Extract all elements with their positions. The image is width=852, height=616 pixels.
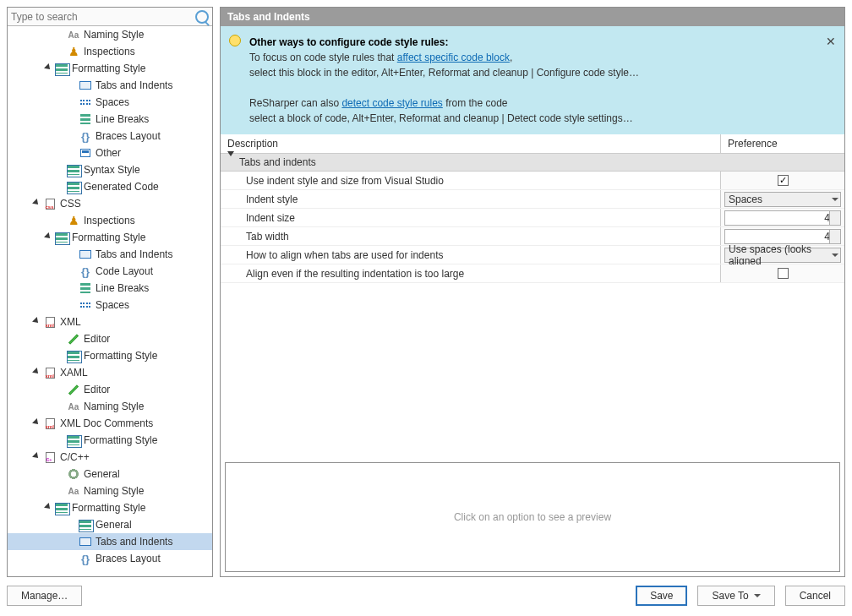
- options-tree[interactable]: AaNaming Style♟InspectionsFormatting Sty…: [8, 26, 212, 576]
- tree-item-label: Code Layout: [96, 265, 153, 277]
- aa-icon: Aa: [67, 400, 80, 413]
- tree-item-label: Tabs and Indents: [96, 79, 172, 91]
- tree-item[interactable]: AaNaming Style: [8, 398, 212, 415]
- tree-item[interactable]: Formatting Style: [8, 499, 212, 516]
- tree-item[interactable]: Spaces: [8, 94, 212, 111]
- tree-item[interactable]: Editor: [8, 381, 212, 398]
- tree-item[interactable]: Syntax Style: [8, 161, 212, 178]
- tree-item-label: Inspections: [84, 46, 135, 57]
- tree-item[interactable]: {}Braces Layout: [8, 128, 212, 144]
- setting-row[interactable]: Tab width4: [221, 227, 844, 246]
- brace-icon: {}: [79, 264, 92, 278]
- tree-item[interactable]: AaNaming Style: [8, 482, 212, 499]
- tree-item-label: Naming Style: [84, 485, 144, 497]
- number-input[interactable]: 4: [724, 210, 841, 226]
- tree-item[interactable]: XML: [8, 313, 212, 330]
- spaces-icon: [79, 95, 92, 109]
- tree-item-label: Syntax Style: [84, 164, 140, 176]
- tree-item[interactable]: AaNaming Style: [8, 26, 212, 43]
- search-icon: [195, 10, 209, 24]
- tabs-icon: [79, 79, 92, 92]
- search-input[interactable]: [11, 11, 192, 23]
- tree-item[interactable]: Line Breaks: [8, 280, 212, 297]
- tree-item[interactable]: C/C++: [8, 449, 212, 466]
- tree-item-label: General: [96, 519, 132, 531]
- tree-item-label: Braces Layout: [96, 130, 161, 142]
- insp-icon: ♟: [67, 45, 80, 58]
- tree-item-label: Tabs and Indents: [96, 536, 172, 548]
- info-heading: Other ways to configure code style rules…: [249, 36, 448, 48]
- link-affect-block[interactable]: affect specific code block: [397, 52, 510, 63]
- save-to-button[interactable]: Save To: [697, 586, 774, 606]
- main-panel: Tabs and Indents ✕ Other ways to configu…: [220, 7, 845, 577]
- setting-label: How to align when tabs are used for inde…: [221, 249, 720, 261]
- tree-item[interactable]: XAML: [8, 364, 212, 381]
- tree-item[interactable]: XML Doc Comments: [8, 415, 212, 432]
- lb-icon: [79, 112, 92, 126]
- tree-item[interactable]: General: [8, 466, 212, 482]
- insp-icon: ♟: [67, 214, 80, 227]
- save-button[interactable]: Save: [636, 586, 687, 606]
- fmt-icon: [55, 231, 68, 244]
- checkbox[interactable]: [778, 175, 789, 186]
- tree-item[interactable]: ♟Inspections: [8, 43, 212, 60]
- col-description: Description: [221, 134, 720, 153]
- setting-row[interactable]: Indent size4: [221, 209, 844, 227]
- tree-item[interactable]: {}Braces Layout: [8, 550, 212, 567]
- tree-item[interactable]: Formatting Style: [8, 347, 212, 364]
- tree-item[interactable]: Tabs and Indents: [8, 246, 212, 263]
- fmt-icon: [67, 349, 80, 363]
- tree-item[interactable]: Tabs and Indents: [8, 77, 212, 94]
- tree-item[interactable]: Generated Code: [8, 178, 212, 195]
- xml-icon: [43, 315, 57, 329]
- setting-label: Indent style: [221, 194, 720, 205]
- fmt-icon: [67, 180, 80, 194]
- tree-item-label: Spaces: [96, 96, 129, 108]
- manage-button[interactable]: Manage…: [7, 586, 82, 606]
- tree-item-label: General: [84, 468, 120, 480]
- link-detect-rules[interactable]: detect code style rules: [341, 97, 442, 109]
- tree-item[interactable]: Formatting Style: [8, 432, 212, 449]
- brace-icon: {}: [79, 552, 92, 565]
- gear-icon: [67, 467, 80, 481]
- tree-item-label: Inspections: [84, 215, 135, 226]
- tree-item[interactable]: Formatting Style: [8, 60, 212, 77]
- close-icon[interactable]: ✕: [826, 33, 836, 51]
- setting-row[interactable]: Indent styleSpaces: [221, 190, 844, 209]
- tree-item[interactable]: Other: [8, 144, 212, 161]
- tree-item[interactable]: Formatting Style: [8, 229, 212, 246]
- tree-item[interactable]: ♟Inspections: [8, 212, 212, 229]
- tree-item-label: Braces Layout: [96, 553, 161, 564]
- tree-item-label: Formatting Style: [84, 350, 157, 362]
- checkbox[interactable]: [778, 268, 789, 279]
- tree-item-label: Spaces: [96, 299, 129, 311]
- tree-item-label: XML: [60, 316, 81, 328]
- lb-icon: [79, 281, 92, 295]
- col-preference: Preference: [720, 134, 844, 153]
- setting-row[interactable]: Use indent style and size from Visual St…: [221, 172, 844, 190]
- other-icon: [79, 146, 92, 160]
- tabs-icon: [79, 248, 92, 261]
- tree-item[interactable]: Line Breaks: [8, 111, 212, 128]
- setting-row[interactable]: Align even if the resulting indentation …: [221, 264, 844, 283]
- tree-item[interactable]: CSS: [8, 195, 212, 212]
- tree-item-label: Line Breaks: [96, 113, 149, 125]
- group-header[interactable]: Tabs and indents: [221, 154, 844, 172]
- tree-item-label: Formatting Style: [72, 232, 145, 243]
- cpp-icon: [43, 450, 57, 464]
- search-box[interactable]: [8, 8, 212, 26]
- tree-item[interactable]: Tabs and Indents: [8, 533, 212, 550]
- tree-item[interactable]: {}Code Layout: [8, 263, 212, 280]
- cancel-button[interactable]: Cancel: [785, 586, 845, 606]
- settings-grid: Description Preference Tabs and indents …: [221, 134, 844, 576]
- tree-item[interactable]: Spaces: [8, 297, 212, 313]
- dropdown[interactable]: Use spaces (looks aligned: [724, 248, 841, 263]
- setting-label: Align even if the resulting indentation …: [221, 268, 720, 280]
- tree-item[interactable]: Editor: [8, 330, 212, 347]
- brace-icon: {}: [79, 129, 92, 143]
- tree-item[interactable]: General: [8, 516, 212, 533]
- dropdown[interactable]: Spaces: [724, 192, 841, 207]
- setting-row[interactable]: How to align when tabs are used for inde…: [221, 246, 844, 264]
- number-input[interactable]: 4: [724, 229, 841, 244]
- chevron-down-icon: [754, 594, 761, 597]
